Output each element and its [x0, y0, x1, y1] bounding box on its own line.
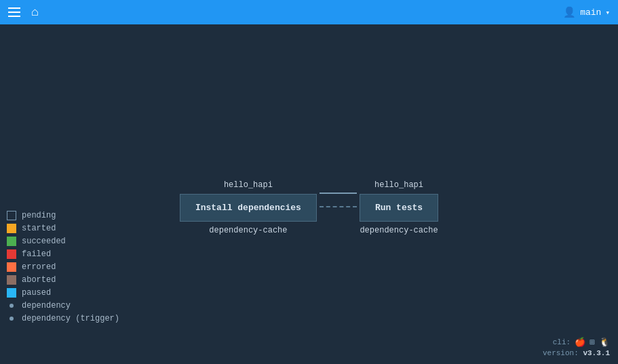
- dropdown-icon[interactable]: ▾: [605, 8, 610, 17]
- menu-icon[interactable]: [8, 7, 20, 17]
- legend-label-dependency: dependency: [22, 301, 71, 310]
- legend-aborted: aborted: [7, 275, 119, 285]
- connector-1-2: [317, 194, 360, 207]
- linux-icon: 🐧: [599, 337, 610, 348]
- legend-label-started: started: [22, 224, 56, 233]
- apple-icon: 🍎: [575, 337, 585, 348]
- legend-failed: failed: [7, 249, 119, 259]
- legend-label-errored: errored: [22, 262, 56, 272]
- legend-swatch-errored: [7, 262, 16, 272]
- legend-swatch-paused: [7, 288, 16, 298]
- footer-cli-label: cli:: [553, 338, 571, 346]
- connector-lines: [320, 193, 357, 207]
- topbar-left: ⌂: [8, 5, 39, 19]
- footer-version-row: version: v3.3.1: [543, 349, 610, 357]
- stage2-box[interactable]: Run tests: [360, 194, 438, 222]
- legend-dependency-trigger: dependency (trigger): [7, 314, 119, 323]
- stage1-bottom-label: dependency-cache: [209, 226, 287, 235]
- footer-version-label: version:: [543, 349, 579, 357]
- legend-label-failed: failed: [22, 249, 51, 259]
- user-icon: 👤: [563, 6, 576, 19]
- main-content: hello_hapi Install dependencies dependen…: [0, 24, 618, 364]
- home-icon[interactable]: ⌂: [31, 5, 39, 19]
- legend-swatch-aborted: [7, 275, 16, 285]
- legend-errored: errored: [7, 262, 119, 272]
- legend-dot-dependency: [9, 304, 14, 308]
- legend-swatch-pending: [7, 211, 16, 220]
- footer-version-value: v3.3.1: [583, 349, 610, 357]
- footer-cli-row: cli: 🍎 ⊞ 🐧: [543, 337, 610, 348]
- legend-dependency: dependency: [7, 301, 119, 310]
- legend-succeeded: succeeded: [7, 237, 119, 246]
- windows-icon: ⊞: [590, 337, 595, 348]
- legend-label-pending: pending: [22, 211, 56, 220]
- stage2-top-label: hello_hapi: [374, 180, 423, 190]
- user-label[interactable]: main: [580, 7, 601, 18]
- legend-label-aborted: aborted: [22, 275, 56, 285]
- topbar: ⌂ 👤 main ▾: [0, 0, 618, 24]
- legend-started: started: [7, 224, 119, 233]
- stage1-top-label: hello_hapi: [224, 180, 273, 190]
- stage1-box[interactable]: Install dependencies: [180, 194, 317, 222]
- legend-pending: pending: [7, 211, 119, 220]
- solid-line-top: [320, 193, 357, 194]
- legend-paused: paused: [7, 288, 119, 298]
- legend-swatch-failed: [7, 249, 16, 259]
- dashed-line-bottom: [320, 206, 357, 207]
- topbar-right: 👤 main ▾: [563, 6, 610, 19]
- legend-swatch-started: [7, 224, 16, 233]
- legend: pending started succeeded failed errored…: [7, 211, 119, 323]
- footer-info: cli: 🍎 ⊞ 🐧 version: v3.3.1: [543, 337, 610, 357]
- stage2-bottom-label: dependency-cache: [360, 226, 438, 235]
- legend-swatch-succeeded: [7, 237, 16, 246]
- legend-label-dependency-trigger: dependency (trigger): [22, 314, 119, 323]
- stage1-group: hello_hapi Install dependencies dependen…: [180, 180, 317, 235]
- legend-label-paused: paused: [22, 288, 51, 298]
- stage2-group: hello_hapi Run tests dependency-cache: [360, 180, 438, 235]
- legend-dot-dependency-trigger: [9, 317, 14, 321]
- legend-label-succeeded: succeeded: [22, 237, 66, 246]
